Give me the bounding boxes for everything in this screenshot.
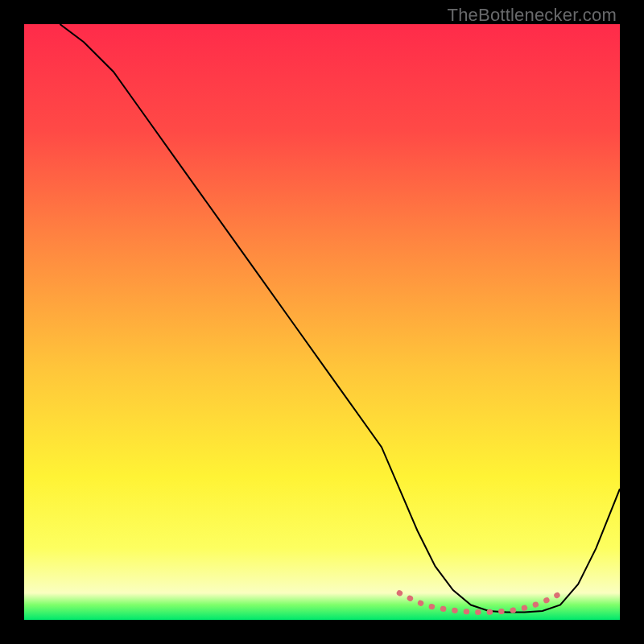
chart-frame <box>24 24 620 620</box>
chart-gradient-background <box>24 24 620 620</box>
watermark-text: TheBottlenecker.com <box>448 5 617 26</box>
bottleneck-chart <box>24 24 620 620</box>
